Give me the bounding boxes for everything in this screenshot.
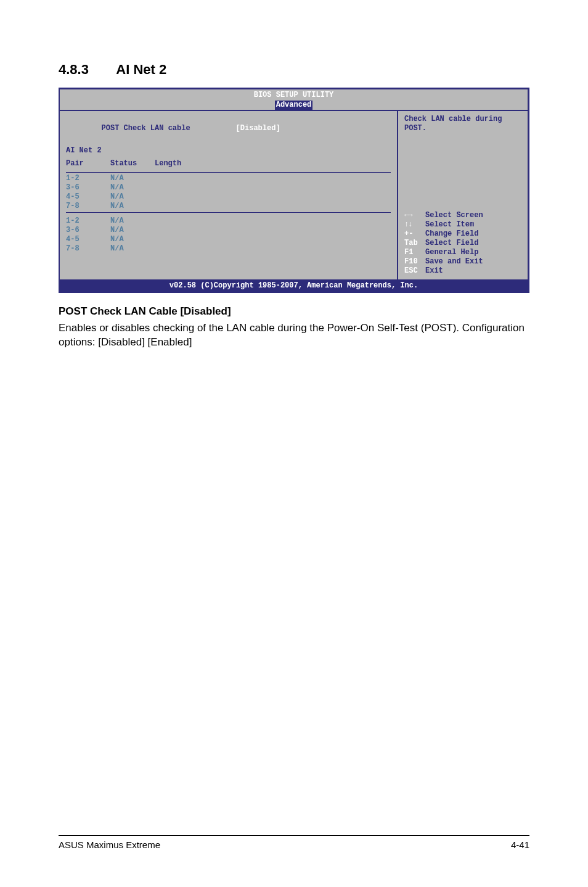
footer-page-number: 4-41 <box>511 840 529 850</box>
arrows-lr-icon: ←→ <box>404 211 425 220</box>
table-row: 4-5N/A <box>66 192 391 202</box>
table-header: PairStatusLength <box>66 159 391 168</box>
table-row: 3-6N/A <box>66 183 391 192</box>
option-heading: POST Check LAN Cable [Disabled] <box>59 305 529 318</box>
key-tab: Tab <box>404 239 425 248</box>
bios-tab-active: Advanced <box>275 101 313 110</box>
table-row: 4-5N/A <box>66 235 391 244</box>
table-row: 1-2N/A <box>66 174 391 183</box>
footer-left: ASUS Maximus Extreme <box>59 840 160 850</box>
section-title: AI Net 2 <box>116 62 166 77</box>
table-row: 7-8N/A <box>66 202 391 211</box>
key-legend: ←→Select Screen ↑↓Select Item +-Change F… <box>404 211 521 276</box>
option-description: Enables or disables checking of the LAN … <box>59 321 529 350</box>
arrows-ud-icon: ↑↓ <box>404 220 425 229</box>
help-text: Check LAN cable during POST. <box>404 115 521 133</box>
key-plusminus: +- <box>404 229 425 239</box>
table-row: 1-2N/A <box>66 217 391 226</box>
col-length: Length <box>155 159 181 168</box>
setting-label: POST Check LAN cable <box>102 124 236 133</box>
setting-value: [Disabled] <box>236 124 280 133</box>
table-row: 7-8N/A <box>66 244 391 254</box>
bios-screenshot: BIOS SETUP UTILITY Advanced POST Check L… <box>59 88 529 293</box>
bios-footer: v02.58 (C)Copyright 1985-2007, American … <box>60 279 528 291</box>
bios-title: BIOS SETUP UTILITY <box>254 91 334 99</box>
pair-group-2: 1-2N/A 3-6N/A 4-5N/A 7-8N/A <box>66 217 391 254</box>
key-f1: F1 <box>404 248 425 257</box>
bios-main-panel: POST Check LAN cable[Disabled] AI Net 2 … <box>60 111 398 279</box>
col-status: Status <box>110 159 155 168</box>
section-number: 4.8.3 <box>59 62 113 78</box>
page-footer: ASUS Maximus Extreme 4-41 <box>59 835 529 850</box>
bios-subtitle: AI Net 2 <box>66 146 391 155</box>
key-f10: F10 <box>404 257 425 266</box>
col-pair: Pair <box>66 159 110 168</box>
pair-group-1: 1-2N/A 3-6N/A 4-5N/A 7-8N/A <box>66 172 391 213</box>
key-esc: ESC <box>404 266 425 276</box>
table-row: 3-6N/A <box>66 226 391 235</box>
section-heading: 4.8.3 AI Net 2 <box>59 62 529 78</box>
bios-help-panel: Check LAN cable during POST. ←→Select Sc… <box>398 111 528 279</box>
bios-header: BIOS SETUP UTILITY Advanced <box>60 89 528 110</box>
